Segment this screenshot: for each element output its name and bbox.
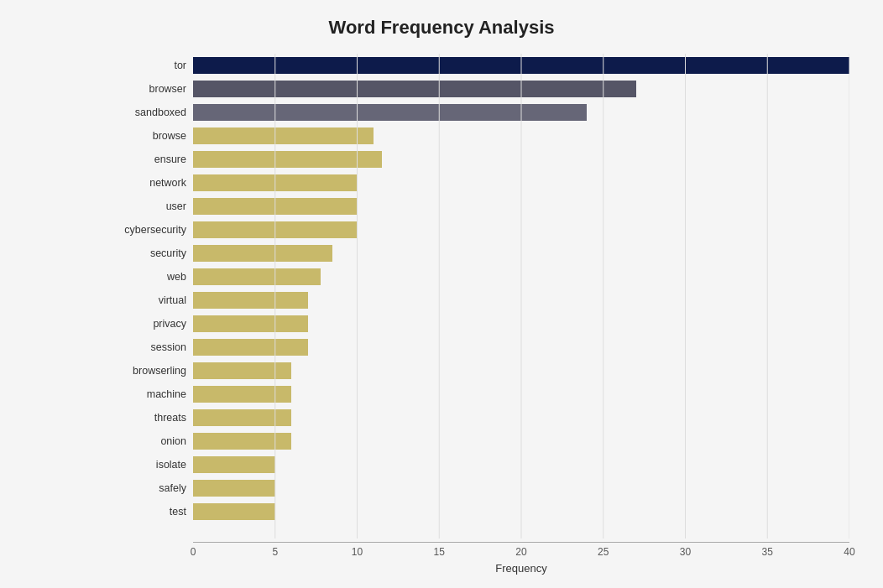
bar-label-isolate: isolate xyxy=(101,453,193,476)
bar-row-network xyxy=(193,171,849,195)
bar-label-ensure: ensure xyxy=(101,148,193,171)
chart-container: Word Frequency Analysis torbrowsersandbo… xyxy=(0,0,883,588)
bar-fill-network xyxy=(193,174,358,191)
bar-label-threats: threats xyxy=(101,406,193,429)
bar-fill-virtual xyxy=(193,292,308,309)
bar-row-user xyxy=(193,195,849,218)
bar-fill-cybersecurity xyxy=(193,221,358,238)
x-tick-0: 0 xyxy=(191,546,196,559)
x-tick-35: 35 xyxy=(762,546,773,558)
bar-fill-safely xyxy=(193,480,275,497)
bar-label-network: network xyxy=(101,171,193,195)
bar-fill-onion xyxy=(193,433,291,450)
bar-label-browser: browser xyxy=(101,77,193,101)
bar-fill-test xyxy=(193,503,275,520)
bar-row-threats xyxy=(193,406,849,429)
bar-row-browse xyxy=(193,124,849,148)
chart-title: Word Frequency Analysis xyxy=(34,17,849,39)
x-tick-25: 25 xyxy=(598,546,609,558)
bar-fill-user xyxy=(193,198,358,215)
bar-row-onion xyxy=(193,429,849,453)
bar-row-sandboxed xyxy=(193,101,849,124)
bar-fill-browser xyxy=(193,81,636,97)
bar-row-machine xyxy=(193,382,849,406)
bar-fill-sandboxed xyxy=(193,104,587,121)
bar-row-session xyxy=(193,336,849,359)
x-tick-10: 10 xyxy=(352,546,363,558)
x-tick-15: 15 xyxy=(434,546,445,558)
chart-main-layout: torbrowsersandboxedbrowseensurenetworkus… xyxy=(101,54,849,575)
bar-label-machine: machine xyxy=(101,382,193,406)
x-tick-30: 30 xyxy=(680,546,691,558)
bar-row-tor xyxy=(193,54,849,77)
bar-fill-tor xyxy=(193,57,849,74)
bar-row-browserling xyxy=(193,359,849,382)
bar-row-cybersecurity xyxy=(193,218,849,242)
x-tick-40: 40 xyxy=(844,546,854,558)
bar-fill-security xyxy=(193,245,332,262)
x-axis: 0510152025303540 Frequency xyxy=(193,542,849,575)
bar-fill-browse xyxy=(193,127,374,144)
bar-label-web: web xyxy=(101,265,193,289)
bar-row-web xyxy=(193,265,849,289)
x-tick-20: 20 xyxy=(515,546,526,558)
bar-fill-isolate xyxy=(193,456,275,473)
bar-label-onion: onion xyxy=(101,429,193,453)
bar-label-privacy: privacy xyxy=(101,312,193,336)
bar-label-browse: browse xyxy=(101,124,193,148)
bar-label-session: session xyxy=(101,336,193,359)
chart-body: torbrowsersandboxedbrowseensurenetworkus… xyxy=(101,54,849,539)
labels-column: torbrowsersandboxedbrowseensurenetworkus… xyxy=(101,54,193,539)
bar-fill-web xyxy=(193,268,321,285)
bar-fill-ensure xyxy=(193,151,382,168)
x-tick-5: 5 xyxy=(272,546,278,558)
bar-row-isolate xyxy=(193,453,849,476)
bar-row-virtual xyxy=(193,289,849,312)
bar-row-ensure xyxy=(193,148,849,171)
bar-fill-machine xyxy=(193,386,291,403)
bar-label-sandboxed: sandboxed xyxy=(101,101,193,124)
bar-row-safely xyxy=(193,476,849,500)
bar-row-test xyxy=(193,500,849,523)
bar-label-cybersecurity: cybersecurity xyxy=(101,218,193,242)
bar-label-safely: safely xyxy=(101,476,193,500)
bar-fill-browserling xyxy=(193,362,291,379)
bar-row-browser xyxy=(193,77,849,101)
x-axis-label: Frequency xyxy=(193,562,849,575)
bar-row-privacy xyxy=(193,312,849,336)
bar-label-security: security xyxy=(101,242,193,265)
bar-label-browserling: browserling xyxy=(101,359,193,382)
bar-label-tor: tor xyxy=(101,54,193,77)
bar-label-user: user xyxy=(101,195,193,218)
bar-fill-threats xyxy=(193,409,291,426)
bar-label-virtual: virtual xyxy=(101,289,193,312)
bar-fill-session xyxy=(193,339,308,356)
bar-label-test: test xyxy=(101,500,193,523)
bar-row-security xyxy=(193,242,849,265)
bar-fill-privacy xyxy=(193,315,308,332)
bars-column xyxy=(193,54,849,539)
